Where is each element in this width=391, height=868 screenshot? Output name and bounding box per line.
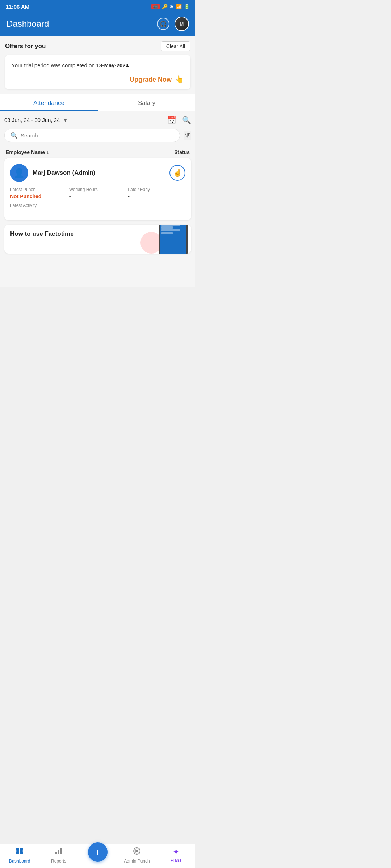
late-early-label: Late / Early [128,187,185,192]
calendar-icon: 📅 [167,116,176,124]
status-bar: 11:06 AM 📹 🔑 ✱ 📶 🔋 [0,0,196,13]
offer-date: 13-May-2024 [96,62,129,68]
offer-card: Your trial period was completed on 13-Ma… [5,55,190,89]
avatar-image: M [175,17,188,30]
search-button[interactable]: 🔍 [182,116,191,124]
col-status-header: Status [174,149,190,155]
search-bar-container: 🔍 ⧩ [4,129,191,142]
status-icons: 📹 🔑 ✱ 📶 🔋 [151,4,190,9]
employee-info: 👤 Marj Dawson (Admin) [10,164,96,182]
tab-attendance-label: Attendance [33,99,64,106]
offers-header: Offers for you Clear All [5,41,190,51]
sort-arrow-icon: ↓ [46,149,49,155]
latest-punch-label: Latest Punch [10,187,68,192]
search-inner-icon: 🔍 [10,132,18,139]
offers-title: Offers for you [5,43,46,50]
search-input[interactable] [21,132,174,139]
tabs-container: Attendance Salary [0,94,196,111]
upgrade-now-button[interactable]: Upgrade Now 👆 [12,75,184,84]
headset-icon: 🎧 [160,21,167,27]
latest-punch-value: Not Punched [10,193,68,199]
screen-bar-2 [161,226,173,229]
wifi-icon: 📶 [176,4,182,9]
page-title: Dashboard [7,19,49,29]
touch-icon: ☝️ [173,169,182,177]
working-hours-stat: Working Hours - [69,187,127,199]
touch-button[interactable]: ☝️ [169,165,185,181]
employee-avatar: 👤 [10,164,28,182]
camera-icon: 📹 [151,4,160,9]
how-to-content: How to use Factotime [10,230,74,238]
date-range-selector[interactable]: 03 Jun, 24 - 09 Jun, 24 ▼ [4,117,68,123]
battery-icon: 🔋 [184,4,190,9]
latest-activity-value: - [10,209,185,214]
col-name-header: Employee Name ↓ [6,149,49,155]
headset-button[interactable]: 🎧 [157,18,169,30]
main-content: Offers for you Clear All Your trial peri… [0,36,196,287]
working-hours-value: - [69,193,127,199]
avatar[interactable]: M [175,17,189,31]
cursor-icon: 👆 [175,75,184,84]
calendar-button[interactable]: 📅 [167,116,176,124]
screen-bar-1 [161,225,180,226]
date-action-icons: 📅 🔍 [167,116,191,124]
filter-icon: ⧩ [184,131,190,139]
screen-bar-4 [161,232,173,234]
clear-all-button[interactable]: Clear All [161,41,190,51]
tab-attendance[interactable]: Attendance [0,94,98,111]
table-header: Employee Name ↓ Status [4,146,191,158]
employee-name: Marj Dawson (Admin) [33,169,96,176]
working-hours-label: Working Hours [69,187,127,192]
screen-bar-3 [161,229,180,231]
date-range-text: 03 Jun, 24 - 09 Jun, 24 [4,117,60,123]
latest-punch-stat: Latest Punch Not Punched [10,187,68,199]
offers-section: Offers for you Clear All Your trial peri… [0,36,196,92]
col-name-text: Employee Name [6,149,45,155]
search-bar[interactable]: 🔍 [4,129,180,142]
employee-avatar-icon: 👤 [14,168,25,178]
tab-salary-label: Salary [138,99,155,106]
attendance-content: 03 Jun, 24 - 09 Jun, 24 ▼ 📅 🔍 🔍 ⧩ [0,111,196,220]
late-early-stat: Late / Early - [128,187,185,199]
latest-activity: Latest Activity - [10,203,185,214]
latest-activity-label: Latest Activity [10,203,185,208]
search-icon: 🔍 [182,116,191,124]
status-time: 11:06 AM [6,4,29,10]
bluetooth-icon: ✱ [170,4,174,9]
how-to-title: How to use Factotime [10,230,74,237]
avatar-label: M [180,21,184,27]
employee-card: 👤 Marj Dawson (Admin) ☝️ Latest Punch No… [4,158,191,220]
tab-salary[interactable]: Salary [98,94,196,111]
phone-screen [160,225,186,254]
date-row: 03 Jun, 24 - 09 Jun, 24 ▼ 📅 🔍 [4,116,191,124]
header-icons: 🎧 M [157,17,189,31]
how-to-card: How to use Factotime × [4,225,191,254]
employee-card-top: 👤 Marj Dawson (Admin) ☝️ [10,164,185,182]
chevron-down-icon: ▼ [63,117,68,123]
key-icon: 🔑 [162,4,168,9]
phone-mockup [159,225,188,254]
app-header: Dashboard 🎧 M [0,13,196,36]
offer-text: Your trial period was completed on 13-Ma… [12,61,184,70]
employee-stats: Latest Punch Not Punched Working Hours -… [10,187,185,199]
late-early-value: - [128,193,185,199]
upgrade-label: Upgrade Now [130,76,172,83]
filter-button[interactable]: ⧩ [184,131,191,140]
offer-message: Your trial period was completed on [12,62,96,68]
